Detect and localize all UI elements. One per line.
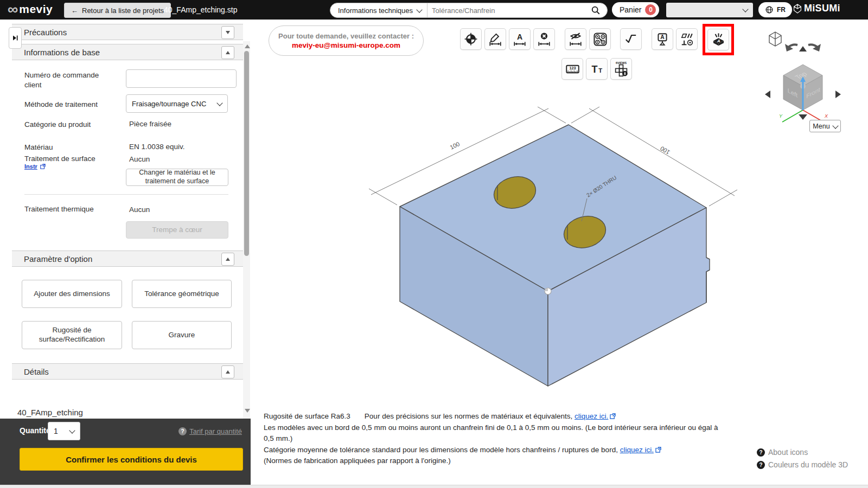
category-label: Catégorie du produit bbox=[24, 120, 91, 130]
external-link-icon bbox=[610, 413, 616, 419]
precautions-expand-button[interactable] bbox=[221, 26, 234, 39]
search-bar: Informations techniques bbox=[330, 3, 608, 18]
datum-label-button[interactable]: A bbox=[652, 28, 673, 50]
note-line-1: Rugosité de surface Ra6.3Pour des précis… bbox=[264, 411, 730, 422]
instr-link[interactable]: Instr bbox=[24, 163, 46, 170]
meviy-app: ∞ meviy ← Retour à la liste de projets 4… bbox=[0, 0, 868, 488]
hide-dimension-icon bbox=[569, 32, 583, 46]
geometric-tolerance-button[interactable]: Tolérance géométrique bbox=[132, 280, 232, 308]
section-informations-de-base: Informations de base bbox=[12, 44, 243, 60]
surface-value: Aucun bbox=[129, 155, 150, 163]
scroll-down-icon[interactable] bbox=[245, 409, 250, 413]
search-input[interactable] bbox=[427, 3, 589, 17]
datum-target-button[interactable] bbox=[460, 28, 482, 50]
back-to-projects-button[interactable]: ← Retour à la liste de projets bbox=[64, 3, 171, 18]
note-line-4: Catégorie moyenne de tolérance standard … bbox=[264, 445, 730, 456]
chevron-down-icon bbox=[832, 123, 838, 129]
manufacturing-notes: Rugosité de surface Ra6.3Pour des précis… bbox=[264, 411, 730, 467]
top-bar: ∞ meviy ← Retour à la liste de projets 4… bbox=[0, 0, 868, 20]
misumi-logo[interactable]: MiSUMi bbox=[793, 3, 840, 14]
cart-button[interactable]: Panier 0 bbox=[612, 2, 659, 17]
quote-bottom-bar: Quantité 1 ? Tarif par quantité Confirme… bbox=[0, 419, 251, 486]
svg-text:T: T bbox=[598, 67, 602, 73]
viewer-3d-area[interactable]: Pour toute demande, veuillez contacter :… bbox=[251, 20, 868, 485]
six-views-button[interactable]: 6VIEWS bbox=[610, 58, 632, 80]
search-category-dropdown[interactable]: Informations techniques bbox=[330, 3, 427, 17]
quantity-label: Quantité bbox=[20, 426, 50, 435]
rotate-left-icon[interactable] bbox=[785, 44, 797, 52]
chevron-down-icon bbox=[742, 6, 748, 12]
panel-arrow-right-icon bbox=[12, 35, 18, 41]
svg-text:A: A bbox=[660, 34, 665, 40]
view-cube-widget[interactable]: Top Left Front Y X bbox=[754, 24, 863, 133]
misumi-logo-icon bbox=[793, 4, 802, 14]
triangle-up-icon bbox=[226, 51, 230, 54]
quantity-select[interactable]: 1 bbox=[48, 422, 80, 440]
details-collapse-button[interactable] bbox=[221, 365, 234, 378]
rotate-up-icon[interactable] bbox=[799, 46, 807, 52]
delete-dimension-button[interactable] bbox=[533, 28, 555, 50]
options-collapse-button[interactable] bbox=[221, 253, 234, 266]
external-link-icon bbox=[655, 447, 661, 453]
model-colors-link[interactable]: ? Couleurs du modèle 3D bbox=[757, 460, 848, 469]
etching-highlight-box: A bbox=[703, 24, 734, 55]
depth-dimension-label: 100 bbox=[659, 145, 671, 156]
method-select[interactable]: Fraisage/tournage CNC bbox=[126, 94, 228, 113]
surface-finish-button[interactable] bbox=[620, 28, 642, 50]
text-dimension-button[interactable]: A bbox=[509, 28, 531, 50]
etching-button[interactable]: A bbox=[707, 29, 729, 50]
order-number-input[interactable] bbox=[126, 69, 237, 88]
datum-label-icon: A bbox=[655, 32, 669, 46]
width-dimension-label: 100 bbox=[449, 140, 461, 151]
divider bbox=[24, 194, 228, 195]
viewer-menu-button[interactable]: Menu bbox=[809, 120, 841, 132]
order-number-label: Numéro de commande client bbox=[24, 70, 114, 89]
help-icon: ? bbox=[757, 461, 765, 469]
rotate-left-step-icon[interactable] bbox=[765, 91, 770, 98]
dimension-values-button[interactable]: 123 bbox=[561, 58, 583, 80]
page-bottom-scrollbar[interactable] bbox=[0, 485, 868, 488]
search-button[interactable] bbox=[589, 5, 607, 15]
triangle-up-icon bbox=[226, 258, 230, 261]
info-collapse-button[interactable] bbox=[221, 46, 234, 59]
text-size-button[interactable]: T T bbox=[586, 58, 608, 80]
materials-info-link[interactable]: cliquez ici. bbox=[575, 412, 608, 420]
svg-text:T: T bbox=[591, 63, 597, 74]
help-links: ? About icons ? Couleurs du modèle 3D bbox=[757, 448, 848, 473]
add-dimension-button[interactable] bbox=[484, 28, 506, 50]
confirm-quote-button[interactable]: Confirmer les conditions du devis bbox=[20, 448, 243, 471]
surface-roughness-button[interactable]: Rugosité de surface/Rectification bbox=[22, 321, 122, 349]
svg-text:A: A bbox=[517, 33, 522, 41]
rotate-right-step-icon[interactable] bbox=[835, 91, 841, 98]
engraving-button[interactable]: Gravure bbox=[132, 321, 232, 349]
meviy-logo[interactable]: ∞ meviy bbox=[8, 1, 53, 17]
help-icon: ? bbox=[757, 448, 765, 457]
rotate-right-icon[interactable] bbox=[808, 44, 821, 52]
heat-label: Traitement thermique bbox=[24, 204, 94, 214]
scroll-up-icon[interactable] bbox=[245, 44, 250, 48]
triangle-up-icon bbox=[226, 370, 230, 374]
sidebar-expand-handle[interactable] bbox=[9, 27, 22, 49]
datum-target-icon bbox=[464, 32, 478, 46]
back-arrow-icon: ← bbox=[71, 7, 78, 15]
account-dropdown[interactable] bbox=[666, 3, 753, 17]
quantity-tariff-link[interactable]: ? Tarif par quantité bbox=[178, 427, 242, 435]
about-icons-link[interactable]: ? About icons bbox=[757, 448, 848, 457]
add-dimensions-button[interactable]: Ajouter des dimensions bbox=[22, 280, 122, 308]
language-button[interactable]: FR bbox=[758, 2, 792, 17]
external-link-icon bbox=[40, 164, 46, 169]
hide-dimension-button[interactable] bbox=[565, 28, 586, 50]
geometric-tolerance-button[interactable] bbox=[676, 28, 698, 50]
wireframe-cube-icon[interactable] bbox=[769, 32, 781, 46]
model-3d-canvas[interactable]: 2× Ø20 THRU 100 100 bbox=[336, 98, 749, 401]
contact-email[interactable]: meviy-eu@misumi-europe.com bbox=[292, 41, 400, 49]
tolerance-info-link[interactable]: cliquez ici. bbox=[620, 446, 654, 454]
section-precautions: Précautions bbox=[12, 24, 243, 40]
change-material-button[interactable]: Changer le matériau et le traitement de … bbox=[126, 169, 228, 186]
sidebar-scrollbar-thumb[interactable] bbox=[244, 51, 249, 256]
rotate-down-icon[interactable] bbox=[799, 114, 807, 120]
model-body[interactable] bbox=[400, 125, 710, 386]
note-line-2: Les modèles avec un bord de 0,5 mm ou mo… bbox=[264, 422, 730, 434]
note-line-5: (Normes de fabrication appliquées par ra… bbox=[264, 455, 730, 467]
hole-pattern-button[interactable] bbox=[589, 28, 611, 50]
